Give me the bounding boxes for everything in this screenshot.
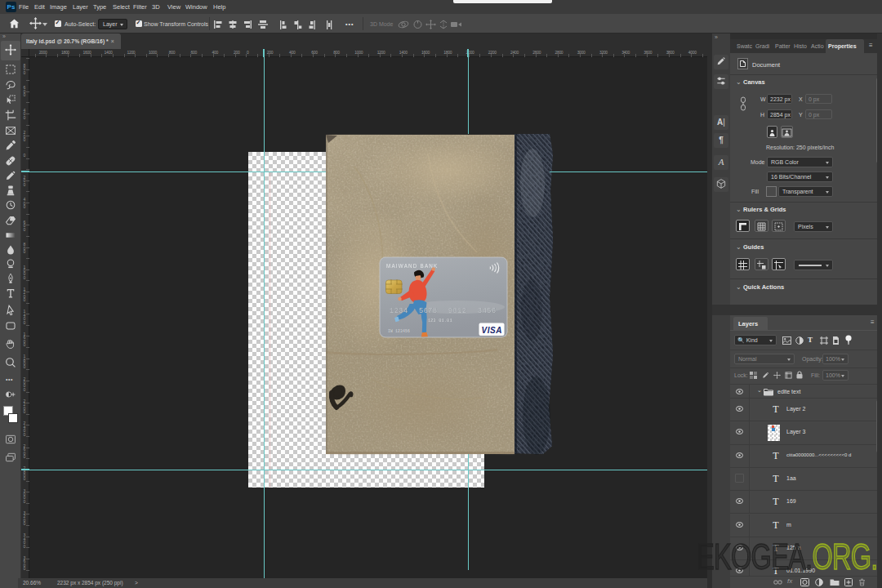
svg-text:9012: 9012 [448,307,467,315]
svg-text:VISA: VISA [482,326,502,335]
svg-text:IW 123456: IW 123456 [388,329,410,334]
svg-text:1234: 1234 [390,307,408,315]
svg-text:MAIWAND BANK: MAIWAND BANK [386,263,439,269]
svg-text:123 01.01: 123 01.01 [428,318,452,323]
svg-text:3456: 3456 [478,307,497,315]
svg-text:5678: 5678 [419,307,438,315]
